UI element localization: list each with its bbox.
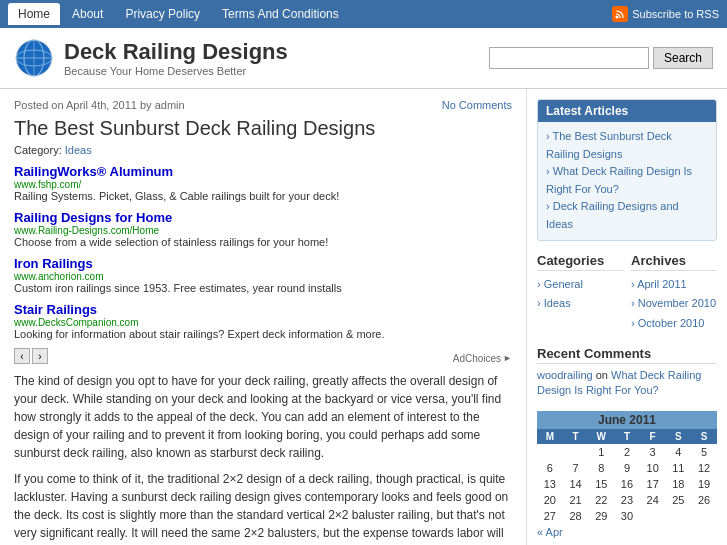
latest-article-1[interactable]: The Best Sunburst Deck Railing Designs (546, 128, 708, 163)
recent-comments-section: Recent Comments woodrailing on What Deck… (537, 346, 717, 399)
svg-point-0 (616, 16, 619, 19)
calendar-day: 19 (691, 476, 717, 492)
ad-url-3: www.anchorion.com (14, 271, 512, 282)
ad-next-button[interactable]: › (32, 348, 48, 364)
calendar-day: 29 (588, 508, 614, 524)
ad-block-3: Iron Railings www.anchorion.com Custom i… (14, 256, 512, 294)
latest-articles-body: The Best Sunburst Deck Railing Designs W… (538, 122, 716, 240)
post-category: Category: Ideas (14, 144, 512, 156)
calendar-week-row: 20212223242526 (537, 492, 717, 508)
nav-home[interactable]: Home (8, 3, 60, 25)
calendar-day: 16 (614, 476, 640, 492)
calendar-day: 30 (614, 508, 640, 524)
archive-nov-2010[interactable]: November 2010 (631, 294, 717, 314)
ad-desc-4: Looking for information about stair rail… (14, 328, 512, 340)
calendar-day: 20 (537, 492, 563, 508)
site-tagline: Because Your Home Deserves Better (64, 65, 288, 77)
post-comments-link[interactable]: No Comments (442, 99, 512, 111)
calendar-day-header: S (691, 429, 717, 444)
ad-url-4: www.DecksCompanion.com (14, 317, 512, 328)
calendar-day-header: M (537, 429, 563, 444)
calendar-weeks: 1234567891011121314151617181920212223242… (537, 444, 717, 524)
archive-april-2011[interactable]: April 2011 (631, 275, 717, 295)
ad-url-1: www.fshp.com/ (14, 179, 512, 190)
search-input[interactable] (489, 47, 649, 69)
ad-title-4[interactable]: Stair Railings (14, 302, 512, 317)
calendar-day: 26 (691, 492, 717, 508)
calendar-day: 13 (537, 476, 563, 492)
post-body: The kind of design you opt to have for y… (14, 372, 512, 545)
calendar-day: 9 (614, 460, 640, 476)
calendar-day (537, 444, 563, 460)
calendar-week-row: 13141516171819 (537, 476, 717, 492)
calendar-week-row: 6789101112 (537, 460, 717, 476)
comment-user-link[interactable]: woodrailing (537, 369, 593, 381)
post-category-link[interactable]: Ideas (65, 144, 92, 156)
content-area: Posted on April 4th, 2011 by admin No Co… (0, 89, 527, 545)
category-ideas[interactable]: Ideas (537, 294, 623, 314)
calendar-day-header: T (563, 429, 589, 444)
nav-links: Home About Privacy Policy Terms And Cond… (8, 3, 349, 25)
calendar-prev[interactable]: « Apr (537, 526, 563, 538)
calendar-day (691, 508, 717, 524)
calendar-day: 17 (640, 476, 666, 492)
ad-choices: AdChoices ► (453, 353, 512, 364)
archive-oct-2010[interactable]: October 2010 (631, 314, 717, 334)
ad-block-2: Railing Designs for Home www.Railing-Des… (14, 210, 512, 248)
calendar-day-header: T (614, 429, 640, 444)
latest-article-3[interactable]: Deck Railing Designs and Ideas (546, 198, 708, 233)
categories-title: Categories (537, 253, 623, 271)
nav-about[interactable]: About (62, 3, 113, 25)
calendar-day: 12 (691, 460, 717, 476)
rss-link[interactable]: Subscribe to RSS (612, 6, 719, 22)
calendar-day: 23 (614, 492, 640, 508)
calendar-day: 28 (563, 508, 589, 524)
calendar-day: 4 (666, 444, 692, 460)
ad-title-1[interactable]: RailingWorks® Aluminum (14, 164, 512, 179)
calendar-day (563, 444, 589, 460)
recent-comments-title: Recent Comments (537, 346, 717, 364)
calendar-day: 14 (563, 476, 589, 492)
calendar-day: 22 (588, 492, 614, 508)
rss-label: Subscribe to RSS (632, 8, 719, 20)
calendar-day: 24 (640, 492, 666, 508)
site-identity: Deck Railing Designs Because Your Home D… (64, 39, 288, 77)
ad-title-2[interactable]: Railing Designs for Home (14, 210, 512, 225)
calendar-nav: « Apr (537, 526, 717, 538)
calendar-week-row: 12345 (537, 444, 717, 460)
archives-col: Archives April 2011 November 2010 Octobe… (631, 253, 717, 334)
categories-col: Categories General Ideas (537, 253, 623, 334)
latest-article-2[interactable]: What Deck Railing Design Is Right For Yo… (546, 163, 708, 198)
calendar-day-header: S (666, 429, 692, 444)
comment-on: on (596, 369, 611, 381)
category-general[interactable]: General (537, 275, 623, 295)
latest-articles-section: Latest Articles The Best Sunburst Deck R… (537, 99, 717, 241)
calendar-day: 18 (666, 476, 692, 492)
ad-block-4: Stair Railings www.DecksCompanion.com Lo… (14, 302, 512, 340)
calendar-day: 2 (614, 444, 640, 460)
calendar-day-header: F (640, 429, 666, 444)
post-date: Posted on April 4th, 2011 by admin (14, 99, 185, 111)
ad-desc-2: Choose from a wide selection of stainles… (14, 236, 512, 248)
sidebar: Latest Articles The Best Sunburst Deck R… (527, 89, 727, 545)
calendar-day: 3 (640, 444, 666, 460)
calendar-day: 21 (563, 492, 589, 508)
calendar-day: 10 (640, 460, 666, 476)
calendar-days-row: MTWTFSS (537, 429, 717, 444)
post-paragraph-2: If you come to think of it, the traditio… (14, 470, 512, 545)
search-button[interactable]: Search (653, 47, 713, 69)
ad-block-1: RailingWorks® Aluminum www.fshp.com/ Rai… (14, 164, 512, 202)
site-header: Deck Railing Designs Because Your Home D… (0, 28, 727, 89)
nav-privacy[interactable]: Privacy Policy (115, 3, 210, 25)
navigation-bar: Home About Privacy Policy Terms And Cond… (0, 0, 727, 28)
latest-articles-title: Latest Articles (538, 100, 716, 122)
ad-prev-button[interactable]: ‹ (14, 348, 30, 364)
latest-articles-box: Latest Articles The Best Sunburst Deck R… (537, 99, 717, 241)
nav-terms[interactable]: Terms And Conditions (212, 3, 349, 25)
ad-desc-1: Railing Systems. Picket, Glass, & Cable … (14, 190, 512, 202)
calendar-day: 8 (588, 460, 614, 476)
ad-title-3[interactable]: Iron Railings (14, 256, 512, 271)
search-area: Search (489, 47, 713, 69)
calendar-day: 1 (588, 444, 614, 460)
calendar-day: 27 (537, 508, 563, 524)
